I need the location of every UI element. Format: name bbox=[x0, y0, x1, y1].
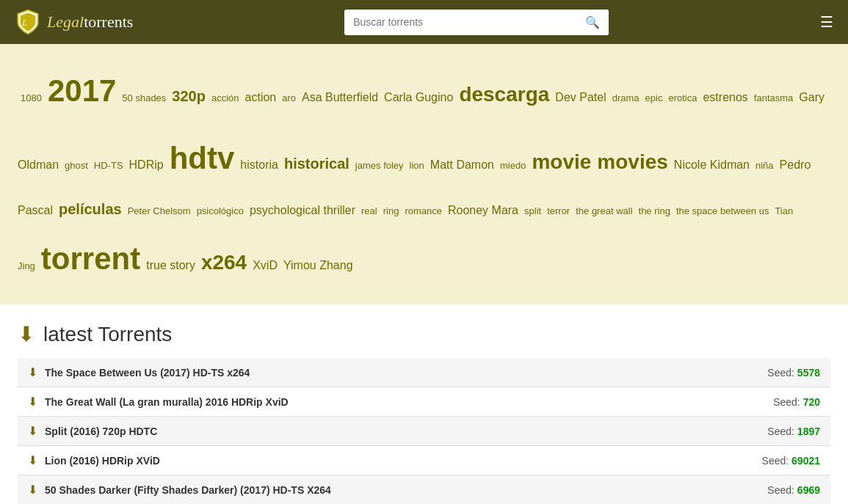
torrent-download-icon: ⬇ bbox=[28, 453, 37, 467]
torrent-seed: Seed: 6969 bbox=[767, 484, 820, 496]
tag-link[interactable]: Nicole Kidman bbox=[674, 158, 750, 171]
tag-link[interactable]: james foley bbox=[355, 160, 404, 171]
tag-link[interactable]: the space between us bbox=[676, 205, 769, 216]
download-icon: ⬇ bbox=[18, 322, 35, 346]
seed-count: 5578 bbox=[797, 367, 820, 379]
torrent-name: Split (2016) 720p HDTC bbox=[45, 426, 157, 437]
tag-link[interactable]: miedo bbox=[500, 160, 526, 171]
torrent-seed: Seed: 69021 bbox=[762, 455, 820, 467]
torrent-left: ⬇ Split (2016) 720p HDTC bbox=[28, 424, 157, 438]
svg-text:L: L bbox=[21, 18, 27, 28]
tag-link[interactable]: drama bbox=[612, 92, 639, 103]
tag-link[interactable]: aro bbox=[282, 92, 296, 103]
search-area: 🔍 bbox=[344, 10, 609, 35]
tag-link[interactable]: 320p bbox=[172, 88, 206, 104]
torrent-row[interactable]: ⬇ The Great Wall (La gran muralla) 2016 … bbox=[18, 387, 830, 417]
tag-link[interactable]: hdtv bbox=[170, 141, 235, 175]
torrent-seed: Seed: 1897 bbox=[767, 426, 820, 437]
tag-link[interactable]: psicológico bbox=[197, 205, 244, 216]
tag-link[interactable]: historical bbox=[284, 156, 349, 172]
torrent-row[interactable]: ⬇ The Space Between Us (2017) HD-TS x264… bbox=[18, 358, 830, 387]
tag-link[interactable]: acción bbox=[211, 92, 239, 103]
tag-link[interactable]: ring bbox=[383, 205, 399, 216]
logo-area: L Legaltorrents bbox=[15, 9, 133, 35]
tag-link[interactable]: fantasma bbox=[754, 92, 793, 103]
tag-link[interactable]: XviD bbox=[253, 259, 278, 271]
tag-link[interactable]: the ring bbox=[639, 205, 670, 216]
torrent-left: ⬇ The Great Wall (La gran muralla) 2016 … bbox=[28, 395, 289, 409]
tag-link[interactable]: Carla Gugino bbox=[384, 91, 453, 103]
search-input[interactable] bbox=[344, 10, 576, 34]
tag-link[interactable]: Yimou Zhang bbox=[283, 259, 353, 271]
tag-link[interactable]: niña bbox=[755, 160, 774, 171]
section-title: ⬇ latest Torrents bbox=[18, 322, 830, 346]
tag-link[interactable]: true story bbox=[146, 259, 195, 271]
tag-link[interactable]: 50 shades bbox=[122, 92, 166, 103]
torrent-name: 50 Shades Darker (Fifty Shades Darker) (… bbox=[45, 484, 331, 496]
tag-link[interactable]: movie bbox=[532, 150, 591, 173]
tag-link[interactable]: Asa Butterfield bbox=[302, 91, 378, 103]
tag-cloud: 1080201750 shades320pacciónactionaroAsa … bbox=[0, 44, 848, 304]
torrent-list: ⬇ The Space Between Us (2017) HD-TS x264… bbox=[18, 358, 830, 504]
tag-link[interactable]: epic bbox=[645, 92, 663, 103]
torrent-row[interactable]: ⬇ Split (2016) 720p HDTC Seed: 1897 bbox=[18, 417, 830, 446]
tag-link[interactable]: estrenos bbox=[703, 91, 747, 103]
tag-link[interactable]: split bbox=[524, 205, 541, 216]
tag-link[interactable]: real bbox=[361, 205, 377, 216]
tag-link[interactable]: Dev Patel bbox=[555, 91, 606, 103]
tag-link[interactable]: lion bbox=[410, 160, 424, 171]
tag-link[interactable]: the great wall bbox=[576, 205, 632, 216]
tag-link[interactable]: ghost bbox=[65, 160, 88, 171]
torrent-download-icon: ⬇ bbox=[28, 483, 37, 497]
tag-link[interactable]: Rooney Mara bbox=[448, 204, 518, 216]
torrent-seed: Seed: 720 bbox=[773, 396, 820, 408]
torrent-left: ⬇ Lion (2016) HDRip XViD bbox=[28, 453, 160, 467]
torrent-seed: Seed: 5578 bbox=[767, 367, 820, 379]
tag-link[interactable]: romance bbox=[405, 205, 442, 216]
tag-link[interactable]: action bbox=[245, 91, 277, 103]
tag-link[interactable]: HDRip bbox=[129, 158, 164, 171]
torrent-left: ⬇ 50 Shades Darker (Fifty Shades Darker)… bbox=[28, 483, 331, 497]
seed-count: 6969 bbox=[797, 484, 820, 496]
torrent-name: The Great Wall (La gran muralla) 2016 HD… bbox=[45, 396, 289, 408]
torrent-download-icon: ⬇ bbox=[28, 395, 37, 409]
tag-link[interactable]: 2017 bbox=[48, 73, 116, 108]
tag-link[interactable]: Matt Damon bbox=[430, 158, 494, 171]
tag-link[interactable]: 1080 bbox=[21, 92, 42, 103]
tag-link[interactable]: torrent bbox=[41, 241, 140, 276]
search-button[interactable]: 🔍 bbox=[576, 10, 609, 35]
header: L Legaltorrents 🔍 ☰ bbox=[0, 0, 848, 44]
tag-link[interactable]: Peter Chelsom bbox=[128, 205, 191, 216]
seed-count: 720 bbox=[803, 396, 820, 408]
tag-link[interactable]: historia bbox=[240, 158, 278, 171]
torrent-left: ⬇ The Space Between Us (2017) HD-TS x264 bbox=[28, 365, 250, 379]
tag-link[interactable]: x264 bbox=[201, 251, 247, 274]
torrent-name: The Space Between Us (2017) HD-TS x264 bbox=[45, 367, 250, 379]
tag-link[interactable]: HD-TS bbox=[94, 160, 123, 171]
torrent-download-icon: ⬇ bbox=[28, 424, 37, 438]
logo-text: Legaltorrents bbox=[47, 12, 133, 32]
torrent-name: Lion (2016) HDRip XViD bbox=[45, 455, 160, 467]
tag-link[interactable]: terror bbox=[547, 205, 570, 216]
tag-link[interactable]: psychological thriller bbox=[250, 204, 355, 216]
latest-torrents-section: ⬇ latest Torrents ⬇ The Space Between Us… bbox=[0, 304, 848, 504]
tag-link[interactable]: películas bbox=[59, 201, 122, 217]
seed-count: 1897 bbox=[797, 426, 820, 437]
tag-link[interactable]: descarga bbox=[459, 83, 549, 106]
logo-shield-icon: L bbox=[15, 9, 41, 35]
tag-link[interactable]: movies bbox=[597, 150, 668, 173]
seed-count: 69021 bbox=[791, 455, 820, 467]
torrent-download-icon: ⬇ bbox=[28, 365, 37, 379]
menu-icon[interactable]: ☰ bbox=[820, 13, 833, 31]
tag-link[interactable]: erotica bbox=[668, 92, 697, 103]
torrent-row[interactable]: ⬇ 50 Shades Darker (Fifty Shades Darker)… bbox=[18, 475, 830, 504]
torrent-row[interactable]: ⬇ Lion (2016) HDRip XViD Seed: 69021 bbox=[18, 446, 830, 475]
